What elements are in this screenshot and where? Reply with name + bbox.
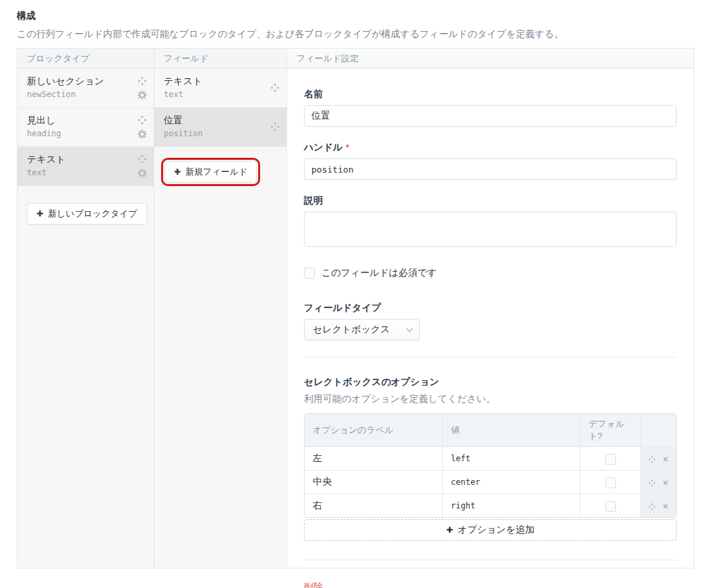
required-field-row: このフィールドは必須です [304, 267, 677, 279]
option-default-checkbox[interactable] [605, 501, 616, 512]
field-handle: text [164, 90, 264, 99]
instructions-label: 説明 [304, 195, 677, 207]
chevron-down-icon [406, 326, 413, 332]
handle-label: ハンドル* [304, 142, 677, 154]
options-heading: セレクトボックスのオプション [304, 376, 677, 388]
annotation-highlight: ✚ 新規フィールド [161, 158, 260, 186]
field-settings-column: フィールド設定 名前 ハンドル* 説明 このフィールドは必須です [287, 49, 693, 568]
add-option-button-label: オプションを追加 [458, 524, 534, 536]
options-table: オプションのラベル 値 デフォルト? 左 left [304, 413, 677, 518]
block-types-column-header: ブロックタイプ [18, 49, 154, 69]
field-item-position[interactable]: 位置 position [154, 108, 286, 147]
instructions-textarea[interactable] [304, 212, 677, 247]
block-type-handle: newSection [27, 90, 131, 99]
name-label: 名前 [304, 88, 677, 100]
delete-option-icon[interactable]: ✕ [662, 455, 669, 463]
delete-field-link[interactable]: 削除 [304, 581, 323, 588]
option-value-column-header: 値 [442, 414, 580, 446]
block-type-name: テキスト [27, 153, 131, 165]
gear-icon[interactable] [137, 90, 147, 100]
move-icon[interactable] [137, 76, 147, 86]
option-label-cell[interactable]: 左 [305, 446, 442, 470]
field-type-label: フィールドタイプ [304, 302, 677, 314]
option-label-column-header: オプションのラベル [305, 414, 442, 446]
required-checkbox-label: このフィールドは必須です [321, 267, 437, 279]
move-icon[interactable] [648, 479, 656, 487]
add-option-button[interactable]: ✚ オプションを追加 [304, 519, 677, 541]
block-types-column: ブロックタイプ 新しいセクション newSection 見出し heading … [18, 49, 154, 568]
plus-icon: ✚ [36, 209, 43, 218]
block-type-name: 新しいセクション [27, 75, 131, 87]
plus-icon: ✚ [446, 525, 453, 535]
move-icon[interactable] [270, 122, 280, 131]
option-label-cell[interactable]: 右 [305, 494, 442, 517]
divider [304, 357, 677, 357]
plus-icon: ✚ [174, 167, 181, 177]
page-title: 構成 [17, 10, 694, 22]
field-type-select[interactable]: セレクトボックス [304, 319, 420, 341]
option-value-cell[interactable]: right [442, 494, 580, 517]
required-checkbox[interactable] [304, 268, 315, 278]
matrix-field-settings-page: 構成 この行列フィールド内部で作成可能なブロックのタイプ、および各ブロックタイプ… [0, 0, 709, 568]
field-type-selected-option: セレクトボックス [313, 324, 390, 336]
option-default-column-header: デフォルト? [580, 414, 640, 446]
delete-option-icon[interactable]: ✕ [662, 502, 669, 510]
gear-icon[interactable] [137, 129, 147, 139]
option-default-checkbox[interactable] [605, 477, 616, 488]
block-type-handle: heading [27, 129, 131, 138]
move-icon[interactable] [137, 154, 147, 164]
handle-input[interactable] [304, 158, 677, 180]
name-input[interactable] [304, 105, 677, 127]
new-block-type-button[interactable]: ✚ 新しいブロックタイプ [27, 203, 147, 225]
matrix-configurator: ブロックタイプ 新しいセクション newSection 見出し heading … [17, 48, 694, 568]
field-item-text[interactable]: テキスト text [154, 69, 286, 108]
option-default-checkbox[interactable] [605, 454, 616, 465]
divider [304, 560, 677, 560]
required-asterisk: * [346, 143, 349, 152]
options-table-header-row: オプションのラベル 値 デフォルト? [305, 414, 676, 446]
fields-column: フィールド テキスト text 位置 position ✚ 新規フィールド [154, 49, 287, 568]
block-type-handle: text [27, 168, 131, 177]
move-icon[interactable] [648, 503, 656, 510]
options-instructions: 利用可能のオプションを定義してください。 [304, 393, 677, 405]
field-handle: position [164, 129, 264, 138]
option-label-cell[interactable]: 中央 [305, 470, 442, 494]
page-description: この行列フィールド内部で作成可能なブロックのタイプ、および各ブロックタイプが構成… [17, 28, 694, 40]
field-settings-column-header: フィールド設定 [287, 49, 693, 69]
delete-option-icon[interactable]: ✕ [662, 479, 669, 487]
block-type-item-new-section[interactable]: 新しいセクション newSection [18, 69, 154, 108]
gear-icon[interactable] [137, 169, 147, 178]
move-icon[interactable] [137, 115, 147, 125]
option-row-left: 左 left ✕ [305, 446, 676, 470]
name-field: 名前 [304, 88, 677, 127]
handle-field: ハンドル* [304, 142, 677, 180]
block-type-item-text[interactable]: テキスト text [18, 147, 154, 186]
field-type-field: フィールドタイプ セレクトボックス [304, 302, 677, 341]
option-value-cell[interactable]: center [442, 470, 580, 494]
block-type-item-heading[interactable]: 見出し heading [18, 108, 154, 147]
new-field-button[interactable]: ✚ 新規フィールド [164, 161, 257, 183]
field-name: 位置 [164, 114, 264, 126]
option-row-center: 中央 center ✕ [305, 470, 676, 494]
field-name: テキスト [164, 75, 264, 87]
field-settings-body: 名前 ハンドル* 説明 このフィールドは必須です フィールドタイプ [287, 69, 693, 588]
move-icon[interactable] [648, 456, 656, 463]
option-row-right: 右 right ✕ [305, 494, 676, 517]
move-icon[interactable] [270, 83, 280, 92]
option-value-cell[interactable]: left [442, 446, 580, 470]
instructions-field: 説明 [304, 195, 677, 249]
new-field-button-label: 新規フィールド [185, 166, 247, 178]
new-block-type-button-label: 新しいブロックタイプ [48, 208, 137, 220]
fields-column-header: フィールド [154, 49, 286, 69]
block-type-name: 見出し [27, 114, 131, 126]
option-actions-column-header [640, 414, 676, 446]
